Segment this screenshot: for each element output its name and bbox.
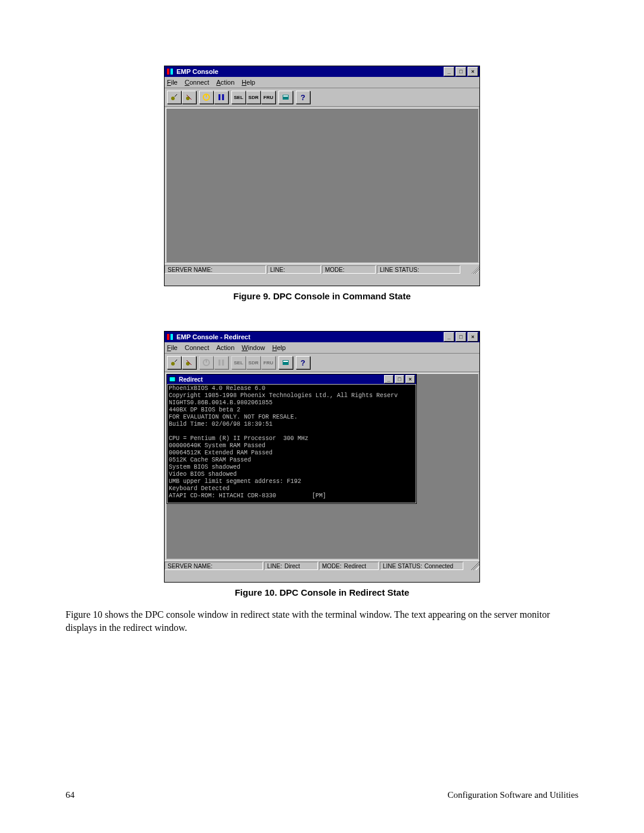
menu-file[interactable]: File xyxy=(167,344,178,351)
menu-action[interactable]: Action xyxy=(216,79,235,86)
statusbar: SERVER NAME: LINE: Direct MODE: Redirect… xyxy=(165,560,479,571)
svg-rect-0 xyxy=(167,69,169,75)
svg-rect-21 xyxy=(283,361,288,362)
sel-button[interactable]: SEL xyxy=(231,91,246,104)
phonebook-icon xyxy=(281,93,290,101)
close-button[interactable]: × xyxy=(405,375,415,383)
power-button[interactable] xyxy=(199,356,213,369)
menubar: File Connect Action Window Help xyxy=(165,342,479,354)
power-icon xyxy=(202,93,210,101)
figure-caption-10: Figure 10. DPC Console in Redirect State xyxy=(66,587,578,597)
disconnect-button[interactable] xyxy=(182,356,196,369)
page-footer: 64 Configuration Software and Utilities xyxy=(66,790,578,800)
svg-rect-1 xyxy=(171,69,173,75)
menu-connect[interactable]: Connect xyxy=(185,344,209,351)
svg-point-2 xyxy=(171,97,175,100)
window-titlebar: EMP Console _ □ × xyxy=(165,66,479,77)
footer-section-title: Configuration Software and Utilities xyxy=(447,790,578,800)
app-icon xyxy=(166,67,174,76)
toolbar: SEL SDR FRU ? xyxy=(165,88,479,107)
reset-icon xyxy=(217,93,225,101)
disconnect-button[interactable] xyxy=(182,91,196,104)
reset-button[interactable] xyxy=(214,356,228,369)
status-linestat-label: LINE STATUS: xyxy=(383,563,422,569)
phonebook-button[interactable] xyxy=(278,91,293,104)
menu-action[interactable]: Action xyxy=(216,344,235,351)
status-line-value: Direct xyxy=(284,563,300,569)
redirect-titlebar: Redirect _ □ × xyxy=(167,374,416,384)
fru-button[interactable]: FRU xyxy=(261,91,275,104)
window-title: EMP Console xyxy=(177,68,442,75)
window-title: EMP Console - Redirect xyxy=(177,333,442,340)
power-icon xyxy=(202,358,210,367)
svg-rect-10 xyxy=(283,95,288,97)
phonebook-icon xyxy=(281,358,290,367)
status-line-label: LINE: xyxy=(270,267,285,273)
client-area xyxy=(166,108,478,262)
screenshot-command-state: EMP Console _ □ × File Connect Action He… xyxy=(164,66,480,286)
redirect-window: Redirect _ □ × PhoenixBIOS 4.0 Release 6… xyxy=(166,374,417,504)
maximize-button[interactable]: □ xyxy=(456,332,466,342)
help-button[interactable]: ? xyxy=(296,356,310,369)
minimize-button[interactable]: _ xyxy=(444,332,454,342)
fru-button[interactable]: FRU xyxy=(261,356,275,369)
svg-rect-11 xyxy=(167,334,169,340)
status-linestat-label: LINE STATUS: xyxy=(380,267,419,273)
statusbar: SERVER NAME: LINE: MODE: LINE STATUS: xyxy=(165,264,479,275)
connect-button[interactable] xyxy=(167,356,181,369)
sdr-button[interactable]: SDR xyxy=(246,91,261,104)
menubar: File Connect Action Help xyxy=(165,77,479,88)
disconnect-icon xyxy=(185,93,193,101)
menu-help[interactable]: Help xyxy=(272,344,286,351)
reset-icon xyxy=(217,358,225,367)
status-mode-value: Redirect xyxy=(344,563,366,569)
status-server-label: SERVER NAME: xyxy=(168,563,212,569)
app-icon xyxy=(166,333,174,341)
resize-grip-icon[interactable] xyxy=(471,265,479,274)
page-number: 64 xyxy=(66,790,75,800)
menu-window[interactable]: Window xyxy=(242,344,265,351)
maximize-button[interactable]: □ xyxy=(395,375,404,383)
svg-point-13 xyxy=(171,362,175,366)
menu-help[interactable]: Help xyxy=(242,79,255,86)
minimize-button[interactable]: _ xyxy=(444,67,454,76)
power-button[interactable] xyxy=(199,91,213,104)
minimize-button[interactable]: _ xyxy=(384,375,394,383)
status-linestat-value: Connected xyxy=(425,563,453,569)
reset-button[interactable] xyxy=(214,91,228,104)
figure-caption-9: Figure 9. DPC Console in Command State xyxy=(66,291,578,301)
sel-button[interactable]: SEL xyxy=(231,356,246,369)
terminal-icon xyxy=(168,375,177,383)
close-button[interactable]: × xyxy=(467,332,478,342)
svg-rect-22 xyxy=(169,377,175,382)
phonebook-button[interactable] xyxy=(278,356,293,369)
connect-icon xyxy=(170,93,178,101)
disconnect-icon xyxy=(185,358,193,367)
menu-connect[interactable]: Connect xyxy=(185,79,209,86)
resize-grip-icon[interactable] xyxy=(471,562,479,570)
svg-rect-12 xyxy=(171,334,173,340)
close-button[interactable]: × xyxy=(467,67,478,76)
status-line-label: LINE: xyxy=(267,563,282,569)
maximize-button[interactable]: □ xyxy=(456,67,466,76)
connect-icon xyxy=(170,358,178,367)
window-titlebar: EMP Console - Redirect _ □ × xyxy=(165,332,479,342)
connect-button[interactable] xyxy=(167,91,181,104)
screenshot-redirect-state: EMP Console - Redirect _ □ × File Connec… xyxy=(164,331,480,583)
menu-file[interactable]: File xyxy=(167,79,178,86)
redirect-title: Redirect xyxy=(179,376,383,383)
status-server-label: SERVER NAME: xyxy=(168,267,212,273)
terminal-output: PhoenixBIOS 4.0 Release 6.0 Copyright 19… xyxy=(168,385,416,503)
sdr-button[interactable]: SDR xyxy=(246,356,261,369)
help-button[interactable]: ? xyxy=(296,91,310,104)
body-paragraph: Figure 10 shows the DPC console window i… xyxy=(66,608,578,634)
toolbar: SEL SDR FRU ? xyxy=(165,354,479,372)
document-page: EMP Console _ □ × File Connect Action He… xyxy=(0,0,644,833)
client-area: Redirect _ □ × PhoenixBIOS 4.0 Release 6… xyxy=(166,373,478,559)
status-mode-label: MODE: xyxy=(322,563,342,569)
status-mode-label: MODE: xyxy=(325,267,345,273)
